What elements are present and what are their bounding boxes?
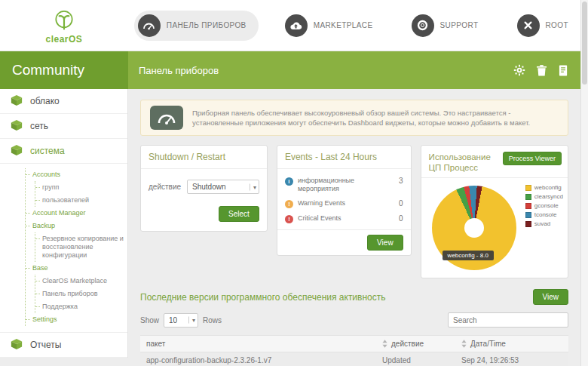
sidebar-item-cloud[interactable]: облако — [0, 89, 127, 114]
sort-icon — [382, 340, 387, 348]
legend-swatch — [525, 185, 531, 191]
shutdown-action-select-wrap: Shutdown — [187, 180, 259, 194]
main-content: Приборная панель обеспечивает высокоуров… — [128, 89, 580, 366]
sidebar-item-accounts[interactable]: Accounts — [26, 168, 127, 181]
dashboard-tab-icon — [138, 14, 161, 37]
sidebar: облако сеть система Accounts групп польз… — [0, 89, 128, 358]
sidebar-item-base[interactable]: Base — [26, 262, 127, 275]
column-header-date[interactable]: Дата/Time — [455, 336, 568, 352]
cube-icon — [11, 144, 23, 158]
sidebar-item-account-manager[interactable]: Account Manager — [26, 207, 127, 220]
title-bar: Community Панель приборов — [0, 51, 580, 89]
legend-item: suvad — [525, 220, 563, 227]
dashboard-widgets: Shutdown / Restart действие Shutdown Sel… — [140, 145, 568, 278]
tab-marketplace[interactable]: MARKETPLACE — [281, 11, 385, 41]
event-label: Warning Events — [298, 199, 394, 208]
tab-root[interactable]: ROOT — [513, 11, 581, 41]
show-label: Show — [140, 316, 159, 324]
event-count: 0 — [399, 199, 403, 208]
events-view-button[interactable]: View — [367, 235, 403, 251]
sidebar-item-marketplace[interactable]: ClearOS Marketplace — [35, 275, 127, 288]
software-activity-panel: Последние версии программного обеспечени… — [140, 289, 568, 366]
cube-icon — [11, 338, 23, 352]
sidebar-item-backup[interactable]: Backup — [26, 220, 127, 232]
shutdown-select-button[interactable]: Select — [219, 206, 259, 222]
vertical-scrollbar[interactable] — [580, 0, 588, 366]
panel-title: Events - Last 24 Hours — [277, 146, 411, 169]
sidebar-item-backup-restore[interactable]: Резервное копирование и восстановление к… — [35, 232, 127, 262]
sidebar-item-label: сеть — [30, 121, 48, 131]
chart-legend: webconfig clearsyncd gconsole tconsole s… — [525, 184, 563, 227]
sidebar-item-system[interactable]: система — [0, 139, 127, 164]
event-row: ! Critical Events 0 — [277, 211, 411, 226]
marketplace-icon — [285, 14, 308, 37]
legend-item: webconfig — [525, 184, 563, 191]
activity-view-button[interactable]: View — [533, 289, 569, 305]
event-label: Critical Events — [298, 214, 394, 223]
sidebar-item-reports[interactable]: Отчеты — [0, 333, 127, 358]
shutdown-action-select[interactable]: Shutdown — [187, 180, 259, 194]
logo-text: clearOS — [45, 34, 82, 45]
sort-icon — [461, 340, 467, 348]
info-banner: Приборная панель обеспечивает высокоуров… — [140, 100, 568, 136]
page-bar: Панель приборов — [128, 51, 580, 89]
legend-swatch — [525, 194, 531, 200]
page-actions — [513, 63, 570, 77]
tab-support[interactable]: SUPPORT — [408, 11, 491, 41]
warning-icon: ! — [285, 200, 293, 208]
shutdown-panel: Shutdown / Restart действие Shutdown Sel… — [140, 145, 268, 232]
column-header-package[interactable]: пакет — [140, 336, 376, 352]
event-label: информационные мероприятия — [298, 177, 394, 193]
legend-item: gconsole — [525, 202, 563, 209]
clearos-logo[interactable]: clearOS — [0, 0, 128, 51]
activity-table: пакет действие Дата/Time — [140, 335, 568, 366]
legend-swatch — [525, 212, 531, 218]
legend-swatch — [525, 203, 531, 209]
report-icon[interactable] — [556, 63, 570, 77]
tab-label: ROOT — [546, 21, 569, 29]
cell-action: Updated — [376, 352, 455, 366]
settings-gear-icon[interactable] — [513, 63, 526, 77]
sidebar-item-label: система — [30, 146, 65, 156]
info-banner-text: Приборная панель обеспечивает высокоуров… — [192, 108, 559, 128]
trash-icon[interactable] — [534, 63, 548, 77]
sidebar-item-network[interactable]: сеть — [0, 114, 127, 139]
activity-title: Последние версии программного обеспечени… — [140, 292, 386, 303]
cube-icon — [11, 94, 23, 109]
clearos-webconfig: clearOS ПАНЕЛЬ ПРИБОРОВ — [0, 0, 588, 366]
sidebar-item-users[interactable]: пользователей — [35, 194, 127, 207]
cpu-usage-panel: Использование ЦП Процесс Process Viewer … — [421, 145, 568, 278]
tab-label: ПАНЕЛЬ ПРИБОРОВ — [167, 21, 247, 29]
support-icon — [412, 14, 434, 37]
top-header: clearOS ПАНЕЛЬ ПРИБОРОВ — [0, 0, 580, 51]
cube-icon — [11, 119, 23, 134]
legend-swatch — [525, 221, 531, 227]
cell-date: Sep 24, 19:26:53 — [455, 352, 568, 366]
tab-dashboard[interactable]: ПАНЕЛЬ ПРИБОРОВ — [134, 11, 259, 41]
sidebar-item-label: Отчеты — [30, 340, 61, 350]
search-input[interactable] — [448, 312, 568, 328]
event-count: 3 — [399, 177, 403, 185]
action-label: действие — [149, 183, 181, 191]
event-count: 0 — [399, 214, 403, 223]
info-icon: i — [285, 177, 293, 186]
events-panel: Events - Last 24 Hours i информационные … — [277, 145, 412, 256]
column-header-action[interactable]: действие — [376, 336, 455, 352]
panel-title: Использование ЦП Процесс — [429, 152, 498, 173]
event-row: ! Warning Events 0 — [277, 196, 411, 211]
sidebar-item-settings[interactable]: Settings — [26, 313, 127, 326]
process-viewer-button[interactable]: Process Viewer — [503, 152, 562, 165]
sidebar-item-support[interactable]: Поддержка — [35, 300, 127, 313]
system-submenu: Accounts групп пользователей Account Man… — [0, 164, 127, 333]
table-row: app-configuration-backup-2.3.26-1.v7 Upd… — [140, 352, 568, 366]
event-row: i информационные мероприятия 3 — [277, 174, 411, 196]
page-size-select[interactable]: 10 — [164, 313, 198, 328]
dashboard-icon — [150, 106, 183, 130]
community-label: Community — [0, 51, 128, 89]
scrollbar-thumb[interactable] — [582, 2, 587, 85]
root-tools-icon — [517, 14, 540, 37]
sidebar-item-groups[interactable]: групп — [35, 181, 127, 194]
sidebar-item-label: облако — [30, 96, 60, 106]
tab-label: SUPPORT — [440, 21, 479, 29]
sidebar-item-dashboard[interactable]: Панель приборов — [35, 288, 127, 300]
